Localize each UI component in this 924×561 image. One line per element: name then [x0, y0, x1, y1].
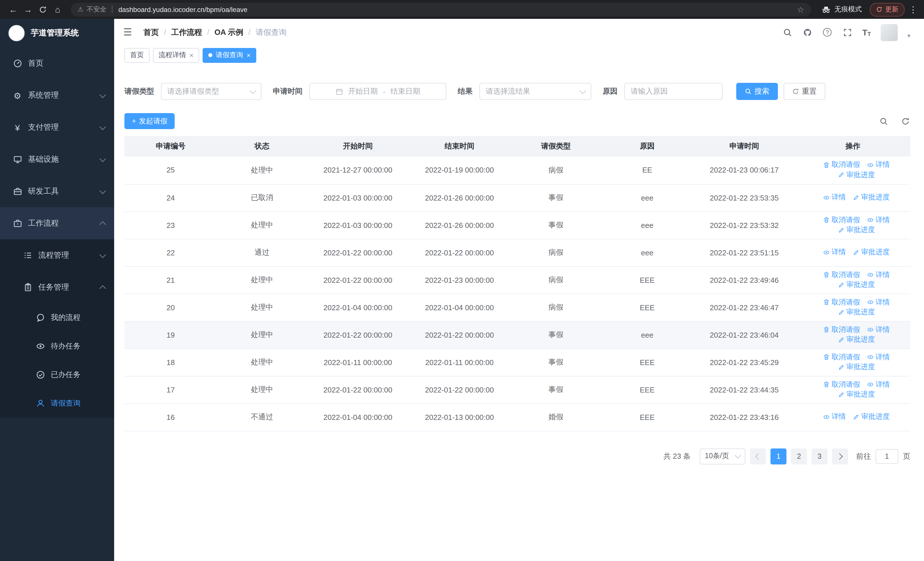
sidebar-item-todo-tasks[interactable]: 待办任务 — [0, 332, 114, 361]
breadcrumb-home[interactable]: 首页 — [144, 27, 159, 38]
detail-link[interactable]: 详情 — [823, 193, 846, 203]
font-size-icon[interactable]: TT — [862, 27, 871, 37]
breadcrumb-workflow[interactable]: 工作流程 — [171, 27, 202, 38]
page-button-3[interactable]: 3 — [812, 448, 828, 464]
detail-link[interactable]: 详情 — [823, 248, 846, 257]
approval-progress-link[interactable]: 审批进度 — [838, 362, 875, 372]
approval-progress-link[interactable]: 审批进度 — [838, 335, 875, 344]
cancel-leave-link[interactable]: 取消请假 — [823, 160, 860, 170]
close-icon[interactable]: × — [189, 52, 194, 59]
search-button[interactable]: 搜索 — [736, 83, 778, 100]
sidebar-item-leave-query[interactable]: 请假查询 — [0, 389, 114, 418]
sidebar-item-workflow[interactable]: 工作流程 — [0, 208, 114, 239]
detail-link[interactable]: 详情 — [867, 270, 890, 280]
incognito-badge: 无痕模式 — [821, 5, 862, 14]
reset-button[interactable]: 重置 — [784, 83, 825, 100]
detail-link[interactable]: 详情 — [867, 352, 890, 362]
create-leave-button[interactable]: + 发起请假 — [124, 113, 175, 129]
approval-progress-link[interactable]: 审批进度 — [838, 390, 875, 399]
back-icon[interactable]: ← — [6, 2, 21, 17]
detail-link[interactable]: 详情 — [867, 325, 890, 334]
sidebar-item-label: 流程管理 — [38, 250, 69, 260]
app-title: 芋道管理系统 — [31, 28, 79, 38]
sidebar-item-home[interactable]: 首页 — [0, 47, 114, 80]
page-size-select[interactable]: 10条/页 — [700, 448, 746, 464]
github-icon[interactable] — [802, 27, 812, 38]
app-frame: 芋道管理系统 首页 ⚙ 系统管理 ¥ 支付管理 — [0, 19, 924, 561]
detail-link-label: 详情 — [831, 412, 846, 422]
end-date-placeholder: 结束日期 — [390, 86, 420, 96]
approval-progress-link[interactable]: 审批进度 — [853, 248, 890, 257]
col-operations: 操作 — [796, 136, 910, 156]
user-avatar[interactable] — [880, 24, 898, 41]
cell-status: 处理中 — [217, 156, 307, 184]
date-range-picker[interactable]: 开始日期 - 结束日期 — [309, 83, 446, 100]
sidebar-item-system[interactable]: ⚙ 系统管理 — [0, 80, 114, 111]
detail-link[interactable]: 详情 — [867, 215, 890, 225]
page-content: 请假类型 请选择请假类型 申请时间 开始日期 — [114, 65, 924, 561]
url-bar[interactable]: ⚠ 不安全 dashboard.yudao.iocoder.cn/bpm/oa/… — [71, 3, 811, 16]
refresh-icon[interactable] — [900, 116, 910, 126]
sidebar-item-payment[interactable]: ¥ 支付管理 — [0, 111, 114, 143]
close-icon[interactable]: × — [246, 52, 250, 59]
goto-page-input[interactable] — [876, 449, 898, 463]
start-date-placeholder: 开始日期 — [348, 86, 378, 96]
cancel-leave-link[interactable]: 取消请假 — [823, 215, 860, 225]
tab-process-detail[interactable]: 流程详情 × — [153, 48, 199, 63]
help-icon[interactable]: ? — [822, 27, 832, 38]
sidebar-item-task-mgmt[interactable]: 任务管理 — [0, 271, 114, 303]
leave-type-select[interactable]: 请选择请假类型 — [161, 83, 261, 100]
cancel-leave-link-label: 取消请假 — [831, 380, 860, 390]
sidebar-item-my-process[interactable]: 我的流程 — [0, 303, 114, 332]
table-row: 21处理中2022-01-22 00:00:002022-01-23 00:00… — [124, 266, 910, 294]
reason-input[interactable]: 请输入原因 — [624, 83, 723, 100]
detail-link[interactable]: 详情 — [867, 297, 890, 307]
update-button[interactable]: 更新 — [870, 3, 904, 16]
divider — [112, 6, 113, 13]
cancel-leave-link[interactable]: 取消请假 — [823, 270, 860, 280]
cell-end-time: 2022-01-11 00:00:00 — [409, 349, 510, 376]
cell-status: 通过 — [217, 239, 307, 266]
tab-leave-query[interactable]: 请假查询 × — [202, 48, 256, 63]
approval-progress-link[interactable]: 审批进度 — [853, 412, 890, 422]
cancel-leave-link[interactable]: 取消请假 — [823, 380, 860, 390]
detail-link[interactable]: 详情 — [867, 380, 890, 390]
approval-progress-link[interactable]: 审批进度 — [838, 307, 875, 317]
prev-page-button[interactable] — [750, 448, 766, 464]
cell-leave-type: 事假 — [510, 376, 602, 403]
eye-icon — [35, 341, 45, 351]
forward-icon[interactable]: → — [21, 2, 35, 17]
cancel-leave-link[interactable]: 取消请假 — [823, 325, 860, 334]
next-page-button[interactable] — [832, 448, 848, 464]
sidebar-item-process-mgmt[interactable]: 流程管理 — [0, 239, 114, 271]
sidebar-item-infrastructure[interactable]: 基础设施 — [0, 143, 114, 175]
pen-icon — [838, 171, 844, 179]
user-menu-caret-icon[interactable]: ▾ — [908, 32, 910, 39]
eye-icon — [867, 353, 874, 361]
result-select[interactable]: 请选择流结果 — [479, 83, 591, 100]
sidebar-item-devtools[interactable]: 研发工具 — [0, 175, 114, 208]
search-icon[interactable] — [782, 27, 792, 38]
page-button-2[interactable]: 2 — [791, 448, 807, 464]
tab-home[interactable]: 首页 — [124, 48, 150, 63]
cancel-leave-link[interactable]: 取消请假 — [823, 352, 860, 362]
bookmark-star-icon[interactable]: ☆ — [797, 5, 804, 14]
approval-progress-link[interactable]: 审批进度 — [853, 193, 890, 203]
approval-progress-link[interactable]: 审批进度 — [838, 225, 875, 235]
detail-link[interactable]: 详情 — [867, 160, 890, 170]
detail-link[interactable]: 详情 — [823, 412, 846, 422]
search-toggle-icon[interactable] — [878, 116, 889, 126]
home-icon[interactable]: ⌂ — [50, 2, 65, 17]
cell-end-time: 2022-01-23 00:00:00 — [409, 266, 510, 294]
fullscreen-icon[interactable] — [842, 27, 852, 38]
cancel-leave-link[interactable]: 取消请假 — [823, 297, 860, 307]
approval-progress-link[interactable]: 审批进度 — [838, 280, 875, 290]
collapse-menu-icon[interactable]: ☰ — [123, 26, 132, 38]
breadcrumb-oa-example[interactable]: OA 示例 — [214, 27, 243, 38]
page-button-1[interactable]: 1 — [771, 448, 786, 464]
sidebar-item-done-tasks[interactable]: 已办任务 — [0, 361, 114, 389]
approval-progress-link[interactable]: 审批进度 — [838, 170, 875, 180]
search-icon — [745, 88, 752, 95]
browser-menu-icon[interactable]: ⋮ — [908, 4, 918, 15]
reload-icon[interactable] — [35, 2, 50, 17]
